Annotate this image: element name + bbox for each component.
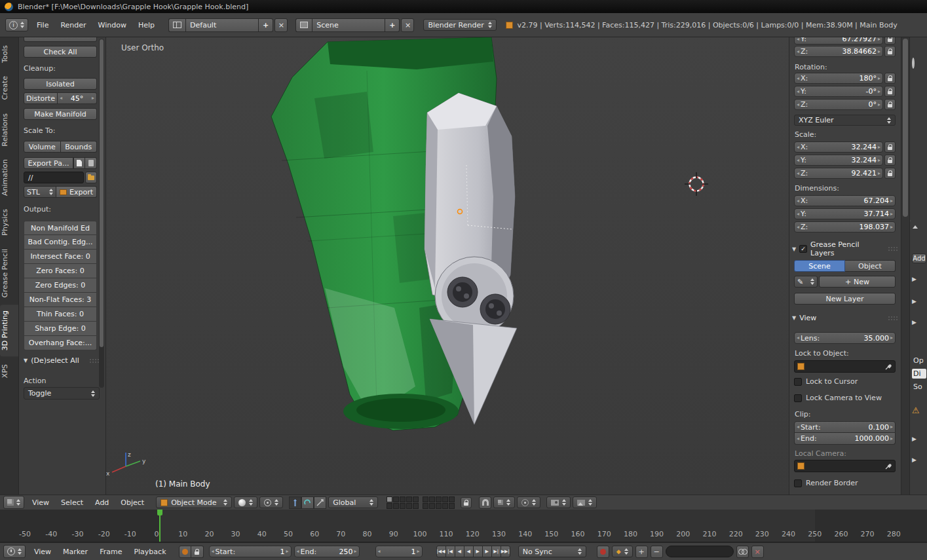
layer-toggle[interactable] [436, 496, 442, 502]
layer-toggle[interactable] [442, 503, 448, 509]
frame-end-field[interactable]: ◂ End: 250 ▸ [294, 546, 360, 557]
increment-arrow[interactable]: ▸ [878, 171, 880, 176]
increment-arrow[interactable]: ▸ [878, 76, 880, 81]
increment-arrow[interactable]: ▸ [878, 102, 880, 107]
menu-item[interactable]: Frame [94, 546, 128, 558]
gp-brush-dropdown[interactable]: ✎ [794, 276, 818, 288]
lock-icon[interactable] [884, 141, 896, 153]
gp-new-button[interactable]: + New [819, 276, 896, 288]
export-format-dropdown[interactable]: STL [24, 186, 56, 198]
check-result-row[interactable]: Intersect Face: 0 [24, 250, 97, 264]
menu-item[interactable]: File [31, 19, 54, 31]
layer-toggle[interactable] [449, 503, 455, 509]
lock-icon[interactable] [884, 155, 896, 166]
playback-button[interactable]: ▶| [491, 546, 501, 557]
toolshelf-tab[interactable]: Relations [0, 107, 18, 153]
scale-volume-button[interactable]: Volume [24, 141, 61, 153]
panel-expand-icon[interactable]: ▶ [912, 319, 917, 326]
delete-scene-button[interactable]: × [401, 18, 414, 32]
mode-dropdown[interactable]: Object Mode [156, 496, 232, 508]
layer-toggle[interactable] [423, 503, 428, 509]
clipped-label[interactable]: Op [912, 356, 926, 365]
location-z-field[interactable]: ◂ Z: 38.84662 ▸ [794, 46, 883, 57]
lock-camera-row[interactable]: Lock Camera to View [794, 394, 896, 402]
panel-grip-icon[interactable] [888, 246, 898, 252]
lock-cursor-checkbox[interactable] [794, 378, 802, 386]
decrement-arrow[interactable]: ◂ [212, 549, 214, 554]
playback-button[interactable]: ◀ [455, 546, 464, 557]
panel-expand-icon[interactable]: ▶ [912, 276, 917, 282]
lock-to-cursor-row[interactable]: Lock to Cursor [794, 377, 896, 386]
increment-arrow[interactable]: ▸ [878, 37, 880, 42]
toolshelf-tab[interactable]: Grease Pencil [0, 243, 18, 303]
insert-keyframe-button[interactable]: + [635, 546, 648, 558]
decrement-arrow[interactable]: ◂ [797, 335, 799, 341]
layer-toggle[interactable] [429, 496, 435, 502]
lock-icon[interactable] [884, 168, 896, 179]
render-engine-dropdown[interactable]: Blender Render [423, 19, 497, 31]
increment-arrow[interactable]: ▸ [878, 49, 880, 54]
check-result-row[interactable]: Zero Faces: 0 [24, 264, 97, 278]
lock-icon[interactable] [884, 37, 896, 45]
layer-toggle[interactable] [400, 503, 406, 509]
decrement-arrow[interactable]: ◂ [797, 49, 799, 54]
clipped-button[interactable] [24, 37, 97, 42]
decrement-arrow[interactable]: ◂ [797, 436, 799, 441]
layer-toggle[interactable] [413, 496, 419, 502]
rotation-field[interactable]: ◂ Z: 0° ▸ [794, 99, 883, 110]
frame-start-field[interactable]: ◂ Start: 1 ▸ [209, 546, 292, 557]
dimension-field[interactable]: ◂ X: 67.204 ▸ [794, 195, 896, 206]
isolated-button[interactable]: Isolated [24, 78, 97, 90]
current-frame-field[interactable]: ◂ 1 ▸ [375, 546, 423, 557]
autokey-record-button[interactable] [179, 546, 191, 558]
location-y-field[interactable]: ◂ Y: 67.27927 ▸ [794, 37, 883, 45]
decrement-arrow[interactable]: ◂ [60, 96, 62, 101]
local-camera-picker[interactable] [794, 460, 896, 472]
keying-set-dropdown[interactable]: ◆ [612, 546, 633, 557]
decrement-arrow[interactable]: ◂ [797, 424, 799, 430]
clipped-label[interactable]: So [912, 382, 926, 392]
delete-keyframe-button[interactable]: − [651, 546, 663, 558]
add-layout-button[interactable]: + [259, 18, 273, 32]
scrollbar-thumb[interactable] [100, 39, 104, 347]
layer-toggle[interactable] [406, 503, 412, 509]
increment-arrow[interactable]: ▸ [890, 436, 893, 441]
render-tab-icon[interactable] [912, 59, 915, 67]
file-browse-icon[interactable] [85, 172, 97, 183]
check-result-row[interactable]: Zero Edges: 0 [24, 278, 97, 293]
clipped-label[interactable]: Di [912, 369, 926, 379]
increment-arrow[interactable]: ▸ [417, 549, 420, 554]
lock-icon[interactable] [884, 86, 896, 97]
clip-end-field[interactable]: ◂ End: 1000.000 ▸ [794, 433, 896, 445]
toolshelf-tab[interactable]: Tools [0, 39, 18, 69]
add-scene-button[interactable]: + [385, 18, 400, 32]
lens-field[interactable]: ◂ Lens: 35.000 ▸ [794, 332, 896, 344]
layers-widget-group1[interactable] [387, 496, 419, 509]
timeline-ruler[interactable]: -50-40-30-20-100102030405060708090100110… [0, 510, 927, 542]
increment-arrow[interactable]: ▸ [890, 424, 893, 430]
viewport-shading-dropdown[interactable] [234, 496, 257, 508]
menu-item[interactable]: Select [55, 496, 89, 509]
lock-icon[interactable] [884, 46, 896, 57]
lock-icon[interactable] [884, 99, 896, 110]
scale-bounds-button[interactable]: Bounds [61, 141, 98, 153]
menu-item[interactable]: Marker [57, 546, 94, 558]
export-button[interactable]: Export [56, 186, 97, 198]
playback-button[interactable]: ▶ [482, 546, 492, 557]
rotation-field[interactable]: ◂ Y: -0° ▸ [794, 86, 883, 97]
layer-toggle[interactable] [387, 503, 392, 509]
scene-name[interactable]: Scene [312, 18, 385, 32]
menu-item[interactable]: Object [115, 496, 150, 509]
scrollbar-thumb[interactable] [903, 39, 908, 217]
eyedropper-icon[interactable] [885, 363, 892, 370]
manipulator-scale-button[interactable] [314, 496, 326, 509]
dimension-field[interactable]: ◂ Y: 37.714 ▸ [794, 208, 896, 219]
distorted-button[interactable]: Distorte [24, 92, 58, 104]
editor-type-selector[interactable]: i [5, 18, 28, 31]
increment-arrow[interactable]: ▸ [890, 212, 893, 217]
playback-button[interactable]: |◀ [445, 546, 455, 557]
scale-field[interactable]: ◂ Z: 92.421 ▸ [794, 168, 883, 179]
scale-field[interactable]: ◂ X: 32.244 ▸ [794, 141, 883, 153]
manipulator-rotate-button[interactable] [301, 496, 314, 509]
decrement-arrow[interactable]: ◂ [797, 171, 799, 176]
